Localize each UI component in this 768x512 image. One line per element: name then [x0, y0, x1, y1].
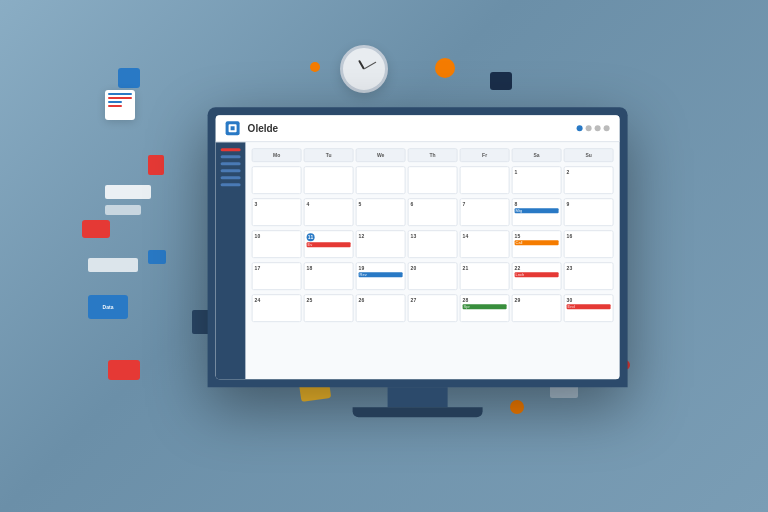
cal-cell-w1-1[interactable]	[252, 166, 302, 194]
cal-cell-w2-4[interactable]: 6	[408, 198, 458, 226]
cal-cell-w4-7[interactable]: 23	[564, 262, 614, 290]
day-header-sa: Sa	[512, 148, 562, 162]
cal-cell-w2-3[interactable]: 5	[356, 198, 406, 226]
nav-dot-2[interactable]	[586, 125, 592, 131]
cal-cell-w2-5[interactable]: 7	[460, 198, 510, 226]
cal-cell-w2-7[interactable]: 9	[564, 198, 614, 226]
day-header-su: Su	[564, 148, 614, 162]
cal-cell-w1-4[interactable]	[408, 166, 458, 194]
cal-cell-w5-1[interactable]: 24	[252, 294, 302, 322]
cal-cell-w3-6[interactable]: 15 Call	[512, 230, 562, 258]
cal-event-day8: Mtg	[515, 208, 559, 213]
cal-cell-w4-1[interactable]: 17	[252, 262, 302, 290]
nav-dot-4[interactable]	[604, 125, 610, 131]
cal-cell-w3-1[interactable]: 10	[252, 230, 302, 258]
sidebar-item-6[interactable]	[221, 183, 241, 186]
calendar-week-5: 24 25 26 27 28 Spr	[252, 294, 614, 322]
monitor-body: Olelde	[208, 107, 628, 387]
nav-dot-3[interactable]	[595, 125, 601, 131]
cal-event-day19: Rev	[359, 272, 403, 277]
sidebar-item-2[interactable]	[221, 155, 241, 158]
sidebar	[216, 142, 246, 379]
deco-red-small-card	[148, 155, 164, 175]
deco-white-rect-2	[105, 205, 141, 215]
deco-white-rect-3	[88, 258, 138, 272]
cal-cell-w1-3[interactable]	[356, 166, 406, 194]
day-header-tu: Tu	[304, 148, 354, 162]
cal-cell-w2-1[interactable]: 3	[252, 198, 302, 226]
cal-cell-w4-6[interactable]: 22 Lnch	[512, 262, 562, 290]
nav-dots	[577, 125, 610, 131]
cal-cell-w4-4[interactable]: 20	[408, 262, 458, 290]
cal-cell-w3-2[interactable]: 11 Ev	[304, 230, 354, 258]
cal-event-day15: Call	[515, 240, 559, 245]
logo-inner	[229, 124, 237, 132]
app-logo	[226, 121, 240, 135]
deco-white-rect-1	[105, 185, 151, 199]
cal-cell-w4-2[interactable]: 18	[304, 262, 354, 290]
calendar-week-1: 1 2	[252, 166, 614, 194]
deco-clock	[340, 45, 388, 93]
note-line-2	[108, 97, 132, 99]
day-num-1: 1	[515, 169, 559, 175]
screen-body: Mo Tu We Th Fr Sa Su	[216, 142, 620, 379]
cal-cell-w2-6[interactable]: 8 Mtg	[512, 198, 562, 226]
day-header-mo: Mo	[252, 148, 302, 162]
cal-cell-w1-2[interactable]	[304, 166, 354, 194]
cal-cell-w4-3[interactable]: 19 Rev	[356, 262, 406, 290]
day-num-2: 2	[567, 169, 611, 175]
day-header-fr: Fr	[460, 148, 510, 162]
cal-cell-w5-7[interactable]: 30 End	[564, 294, 614, 322]
cal-event-day28: Spr	[463, 304, 507, 309]
deco-dark-square-top-right	[490, 72, 512, 90]
screen-header: Olelde	[216, 115, 620, 142]
cal-cell-w3-7[interactable]: 16	[564, 230, 614, 258]
cal-cell-w5-2[interactable]: 25	[304, 294, 354, 322]
nav-dot-1[interactable]	[577, 125, 583, 131]
cal-cell-w5-4[interactable]: 27	[408, 294, 458, 322]
calendar-header-row: Mo Tu We Th Fr Sa Su	[252, 148, 614, 162]
cal-cell-w1-6[interactable]: 1	[512, 166, 562, 194]
monitor-base	[353, 407, 483, 417]
deco-red-rect-middle-left	[82, 220, 110, 238]
sidebar-item-3[interactable]	[221, 162, 241, 165]
day-header-we: We	[356, 148, 406, 162]
monitor-screen: Olelde	[216, 115, 620, 379]
app-title: Olelde	[248, 123, 569, 134]
cal-cell-w5-3[interactable]: 26	[356, 294, 406, 322]
cal-cell-w3-4[interactable]: 13	[408, 230, 458, 258]
note-line-3	[108, 101, 122, 103]
cal-cell-w1-7[interactable]: 2	[564, 166, 614, 194]
cal-cell-w3-3[interactable]: 12	[356, 230, 406, 258]
monitor-neck	[388, 387, 448, 407]
deco-orange-circle	[310, 62, 320, 72]
cal-event-day22: Lnch	[515, 272, 559, 277]
sidebar-item-4[interactable]	[221, 169, 241, 172]
deco-blue-card-left-bottom: Data	[88, 295, 128, 319]
deco-orange-note	[435, 58, 455, 82]
calendar-area: Mo Tu We Th Fr Sa Su	[246, 142, 620, 379]
blue-card-label: Data	[103, 304, 114, 310]
monitor-wrap: Olelde	[208, 107, 628, 417]
deco-note-shape	[435, 58, 455, 78]
deco-red-card-bottom-left	[108, 360, 140, 380]
deco-blue-small-square	[148, 250, 166, 264]
clock-face	[340, 45, 388, 93]
cal-cell-w1-5[interactable]	[460, 166, 510, 194]
clock-minute-hand	[364, 62, 377, 70]
sidebar-item-5[interactable]	[221, 176, 241, 179]
deco-blue-square-top-left	[118, 68, 140, 88]
sidebar-item-1[interactable]	[221, 148, 241, 151]
cal-event-day11: Ev	[307, 242, 351, 247]
cal-cell-w2-2[interactable]: 4	[304, 198, 354, 226]
deco-note-card	[105, 90, 135, 120]
calendar-week-2: 3 4 5 6 7	[252, 198, 614, 226]
note-line-1	[108, 93, 132, 95]
note-line-4	[108, 105, 122, 107]
cal-cell-w5-5[interactable]: 28 Spr	[460, 294, 510, 322]
calendar-week-3: 10 11 Ev 12 13 14	[252, 230, 614, 258]
cal-cell-w3-5[interactable]: 14	[460, 230, 510, 258]
cal-cell-w4-5[interactable]: 21	[460, 262, 510, 290]
cal-cell-w5-6[interactable]: 29	[512, 294, 562, 322]
cal-event-day30: End	[567, 304, 611, 309]
